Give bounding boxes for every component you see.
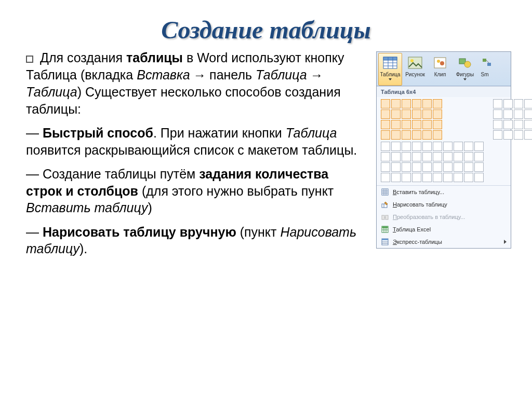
table-dropdown: Таблица 6x4 В <box>377 86 511 248</box>
ribbon-smartart-label: Sm <box>478 72 491 77</box>
dropdown-menu-list: Вставить таблицу... Нарисовать таблицу П… <box>377 185 511 248</box>
ribbon-shapes-label: Фигуры <box>454 72 476 77</box>
svg-line-15 <box>486 60 489 63</box>
insert-table-icon <box>381 188 389 196</box>
screenshot-column: Таблица Рисунок Клип <box>376 49 511 265</box>
menu-insert-table[interactable]: Вставить таблицу... <box>377 186 511 198</box>
ribbon-table-label: Таблица <box>379 72 402 77</box>
page-title: Создание таблицы <box>0 0 532 49</box>
convert-icon <box>381 213 389 221</box>
table-grid-selector-right[interactable] <box>493 99 532 140</box>
menu-draw-table[interactable]: Нарисовать таблицу <box>377 198 511 211</box>
paragraph-1: Для создания таблицы в Word используют к… <box>26 49 367 117</box>
ribbon-picture-label: Рисунок <box>404 72 427 77</box>
paragraph-3: — Создание таблицы путём задания количес… <box>26 166 367 216</box>
svg-point-9 <box>437 60 440 63</box>
ribbon-table-button[interactable]: Таблица <box>378 53 402 86</box>
smartart-icon <box>478 54 495 71</box>
table-icon <box>382 54 398 71</box>
svg-rect-24 <box>385 215 388 219</box>
ribbon-shapes-button[interactable]: Фигуры <box>453 53 477 86</box>
quick-tables-icon <box>381 238 389 246</box>
table-grid-selector[interactable] <box>381 99 484 140</box>
menu-convert-to-table: Преобразовать в таблицу... <box>377 211 511 223</box>
ribbon-clip-button[interactable]: Клип <box>428 53 452 86</box>
ribbon-smartart-button[interactable]: Sm <box>478 53 491 86</box>
word-insert-panel: Таблица Рисунок Клип <box>376 51 511 249</box>
table-grid-selector-lower[interactable] <box>381 142 484 182</box>
paragraph-2: — Быстрый способ. При нажатии кнопки Таб… <box>26 125 367 158</box>
svg-point-7 <box>410 59 414 62</box>
svg-point-12 <box>464 61 471 67</box>
grid-selector-area[interactable] <box>377 97 511 185</box>
content-area: Для создания таблицы в Word используют к… <box>0 49 532 265</box>
chevron-down-icon <box>463 78 467 80</box>
svg-rect-27 <box>382 226 388 228</box>
text-column: Для создания таблицы в Word используют к… <box>26 49 376 265</box>
clip-icon <box>432 54 448 71</box>
ribbon-picture-button[interactable]: Рисунок <box>403 53 427 86</box>
paragraph-4: — Нарисовать таблицу вручную (пункт Нари… <box>26 224 367 257</box>
ribbon-clip-label: Клип <box>429 72 451 77</box>
svg-rect-14 <box>487 63 491 66</box>
pencil-icon <box>381 200 389 209</box>
picture-icon <box>407 54 423 71</box>
shapes-icon <box>457 54 473 71</box>
svg-point-10 <box>440 61 444 65</box>
svg-rect-32 <box>382 239 388 240</box>
bullet-icon <box>26 56 33 63</box>
menu-excel-table[interactable]: Таблица Excel <box>377 223 511 236</box>
excel-icon <box>381 225 389 234</box>
svg-rect-13 <box>483 59 486 62</box>
svg-rect-1 <box>383 57 397 60</box>
chevron-right-icon <box>504 240 507 244</box>
chevron-down-icon <box>389 78 392 80</box>
menu-quick-tables[interactable]: Экспресс-таблицы <box>377 236 511 248</box>
ribbon-row: Таблица Рисунок Клип <box>377 52 511 86</box>
svg-rect-6 <box>408 57 422 68</box>
svg-rect-23 <box>382 215 384 219</box>
dropdown-header: Таблица 6x4 <box>377 87 511 97</box>
svg-rect-16 <box>382 189 388 195</box>
